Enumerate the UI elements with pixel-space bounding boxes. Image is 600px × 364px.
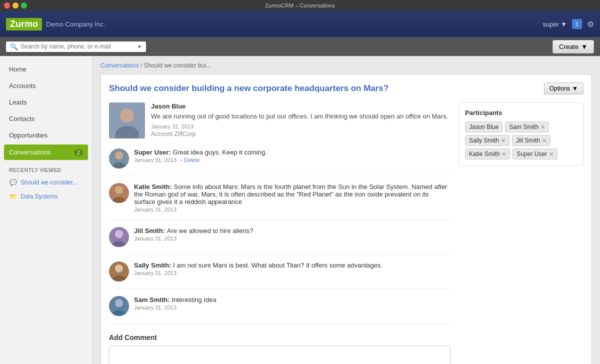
recent-item-account[interactable]: 📁 Data Systems bbox=[0, 190, 92, 204]
comment-0-meta: January 31, 2013 Delete bbox=[134, 157, 450, 163]
settings-icon[interactable]: ⚙ bbox=[587, 20, 594, 29]
options-button[interactable]: Options ▼ bbox=[544, 82, 584, 94]
comment-2-author: Jill Smith: bbox=[134, 227, 167, 234]
comment-4-date: January 31, 2013 bbox=[134, 304, 176, 310]
sam-smith-avatar bbox=[109, 296, 129, 316]
comment-0-date: January 31, 2013 bbox=[134, 157, 176, 163]
window-title: ZurmoCRM – Conversations bbox=[265, 2, 334, 8]
comment-1-meta: January 31, 2013 bbox=[134, 206, 450, 212]
first-message-account: Account ZiffCorp bbox=[151, 130, 450, 138]
participant-tag-sam-smith: Sam Smith ✕ bbox=[505, 122, 549, 132]
conversations-badge: 2 bbox=[74, 149, 83, 156]
sidebar-item-conversations[interactable]: Conversations 2 bbox=[4, 144, 88, 160]
first-message-author: Jason Blue bbox=[151, 102, 450, 110]
breadcrumb: Conversations / Should we consider bui..… bbox=[100, 62, 592, 69]
comment-4-author: Sam Smith: bbox=[134, 296, 172, 304]
conversation-title: Should we consider building a new corpor… bbox=[109, 84, 388, 94]
comment-4-meta: January 31, 2013 bbox=[134, 304, 450, 310]
search-input[interactable] bbox=[20, 43, 134, 50]
comment-4: Sam Smith: Interesting Idea January 31, … bbox=[109, 296, 450, 324]
svg-point-4 bbox=[115, 152, 123, 160]
super-user-avatar bbox=[109, 148, 129, 168]
first-message-text: We are running out of good locations to … bbox=[151, 112, 450, 121]
first-message-date: January 31, 2013 bbox=[151, 124, 450, 130]
comment-textarea[interactable] bbox=[109, 346, 450, 364]
company-name: Demo Company Inc. bbox=[46, 20, 106, 28]
comment-0-body: Super User: Great idea guys. Keep it com… bbox=[134, 148, 450, 168]
sidebar: Home Accounts Leads Contacts Opportuniti… bbox=[0, 56, 92, 364]
create-button[interactable]: Create ▼ bbox=[552, 40, 594, 54]
add-comment-title: Add Comment bbox=[109, 334, 450, 342]
comment-3-body: Sally Smith: I am not sure Mars is best.… bbox=[134, 262, 450, 282]
comment-0-delete[interactable]: Delete bbox=[180, 157, 200, 163]
breadcrumb-parent[interactable]: Conversations bbox=[100, 62, 139, 69]
comment-3-text: I am not sure Mars is best. What about T… bbox=[173, 262, 382, 269]
sidebar-item-accounts[interactable]: Accounts bbox=[0, 78, 92, 94]
window-controls[interactable] bbox=[4, 2, 27, 8]
logo-area: Zurmo Demo Company Inc. bbox=[6, 18, 106, 30]
remove-katie-smith[interactable]: ✕ bbox=[502, 151, 506, 158]
comment-2-date: January 31, 2013 bbox=[134, 236, 176, 242]
recent-item-conversation[interactable]: 💬 Should we consider... bbox=[0, 176, 92, 190]
participant-tag-jill-smith: Jill Smith ✕ bbox=[512, 135, 550, 146]
search-icon: 🔍 bbox=[10, 43, 18, 50]
remove-super-user[interactable]: ✕ bbox=[549, 151, 554, 158]
jason-blue-avatar bbox=[109, 102, 145, 138]
svg-point-10 bbox=[115, 230, 123, 238]
title-bar: ZurmoCRM – Conversations bbox=[0, 0, 600, 11]
svg-point-16 bbox=[115, 299, 123, 307]
participants-title: Participants bbox=[465, 109, 577, 116]
user-menu[interactable]: super ▼ bbox=[543, 20, 567, 28]
main-layout: Home Accounts Leads Contacts Opportuniti… bbox=[0, 56, 600, 364]
comment-0-author: Super User: bbox=[134, 148, 172, 156]
comment-1-date: January 31, 2013 bbox=[134, 206, 176, 212]
comment-4-body: Sam Smith: Interesting Idea January 31, … bbox=[134, 296, 450, 316]
sally-smith-avatar bbox=[109, 262, 129, 282]
comment-3-author: Sally Smith: bbox=[134, 262, 173, 269]
comment-4-text: Interesting Idea bbox=[172, 296, 216, 304]
conversation-title-row: Should we consider building a new corpor… bbox=[109, 82, 584, 94]
messages-section: Jason Blue We are running out of good lo… bbox=[109, 102, 450, 364]
content-area: Conversations / Should we consider bui..… bbox=[92, 56, 600, 364]
comment-0: Super User: Great idea guys. Keep it com… bbox=[109, 148, 450, 176]
svg-point-1 bbox=[120, 108, 134, 122]
search-dropdown-icon[interactable]: ▼ bbox=[137, 44, 142, 50]
maximize-button[interactable] bbox=[21, 2, 27, 8]
first-message-content: Jason Blue We are running out of good lo… bbox=[151, 102, 450, 138]
participant-tags: Jason Blue Sam Smith ✕ Sally Smith ✕ bbox=[465, 122, 577, 160]
search-input-wrap: 🔍 ▼ bbox=[6, 42, 146, 52]
participant-tag-katie-smith: Katie Smith ✕ bbox=[465, 148, 510, 160]
minimize-button[interactable] bbox=[12, 2, 18, 8]
add-comment-section: Add Comment Add Files Comment bbox=[109, 334, 450, 364]
notifications-badge[interactable]: 1 bbox=[572, 19, 582, 29]
breadcrumb-current: Should we consider bui... bbox=[144, 62, 211, 69]
comment-2-meta: January 31, 2013 bbox=[134, 236, 450, 242]
participant-tag-sally-smith: Sally Smith ✕ bbox=[465, 135, 510, 146]
app-header: Zurmo Demo Company Inc. super ▼ 1 ⚙ bbox=[0, 11, 600, 37]
jill-smith-avatar bbox=[109, 227, 129, 247]
close-button[interactable] bbox=[4, 2, 10, 8]
comment-2-text: Are we allowed to hire aliens? bbox=[167, 227, 254, 234]
comment-0-text: Great idea guys. Keep it coming. bbox=[172, 148, 267, 156]
create-dropdown-icon: ▼ bbox=[581, 43, 588, 50]
recently-viewed-label: Recently Viewed bbox=[0, 161, 92, 176]
sidebar-item-opportunities[interactable]: Opportunities bbox=[0, 127, 92, 144]
comment-3-meta: January 31, 2013 bbox=[134, 270, 450, 276]
remove-sally-smith[interactable]: ✕ bbox=[501, 138, 506, 144]
conversation-panel: Should we consider building a new corpor… bbox=[100, 74, 592, 364]
remove-sam-smith[interactable]: ✕ bbox=[540, 124, 545, 130]
sidebar-item-leads[interactable]: Leads bbox=[0, 94, 92, 110]
logo[interactable]: Zurmo bbox=[6, 18, 42, 30]
sidebar-item-home[interactable]: Home bbox=[0, 61, 92, 78]
options-dropdown-icon: ▼ bbox=[572, 85, 578, 92]
participants-box: Participants Jason Blue Sam Smith ✕ Sall… bbox=[458, 102, 584, 166]
participant-tag-jason-blue: Jason Blue bbox=[465, 122, 502, 132]
sidebar-item-contacts[interactable]: Contacts bbox=[0, 110, 92, 127]
conversation-body: Jason Blue We are running out of good lo… bbox=[109, 102, 584, 364]
remove-jill-smith[interactable]: ✕ bbox=[542, 138, 546, 144]
search-bar: 🔍 ▼ Create ▼ bbox=[0, 37, 600, 56]
katie-smith-avatar bbox=[109, 183, 129, 203]
svg-point-13 bbox=[115, 264, 123, 272]
comment-3: Sally Smith: I am not sure Mars is best.… bbox=[109, 262, 450, 289]
participants-section: Participants Jason Blue Sam Smith ✕ Sall… bbox=[458, 102, 584, 364]
